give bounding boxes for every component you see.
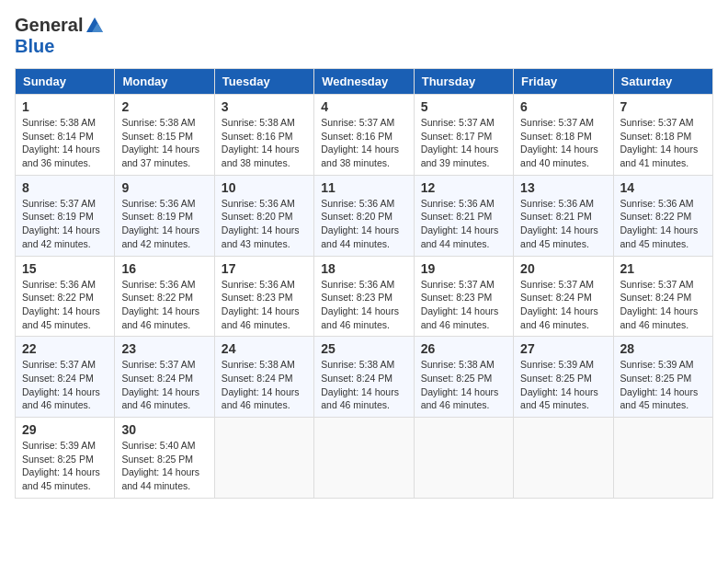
calendar-cell: 11 Sunrise: 5:36 AM Sunset: 8:20 PM Dayl… — [314, 175, 414, 256]
calendar-week-row: 29 Sunrise: 5:39 AM Sunset: 8:25 PM Dayl… — [16, 418, 713, 499]
calendar-header-monday: Monday — [115, 69, 214, 95]
header: General Blue — [15, 15, 713, 57]
day-number: 9 — [121, 180, 207, 195]
day-info: Sunrise: 5:36 AM Sunset: 8:21 PM Dayligh… — [421, 197, 506, 251]
day-info: Sunrise: 5:37 AM Sunset: 8:18 PM Dayligh… — [620, 116, 706, 170]
day-number: 28 — [620, 341, 706, 356]
day-info: Sunrise: 5:36 AM Sunset: 8:23 PM Dayligh… — [222, 278, 307, 332]
day-info: Sunrise: 5:38 AM Sunset: 8:15 PM Dayligh… — [121, 116, 207, 170]
calendar-cell: 21 Sunrise: 5:37 AM Sunset: 8:24 PM Dayl… — [613, 256, 712, 337]
calendar-cell: 26 Sunrise: 5:38 AM Sunset: 8:25 PM Dayl… — [414, 337, 513, 418]
calendar-cell: 22 Sunrise: 5:37 AM Sunset: 8:24 PM Dayl… — [16, 337, 115, 418]
day-info: Sunrise: 5:38 AM Sunset: 8:24 PM Dayligh… — [321, 358, 406, 412]
day-number: 15 — [22, 261, 108, 276]
calendar-header-friday: Friday — [514, 69, 613, 95]
calendar-cell — [414, 418, 513, 499]
day-number: 14 — [620, 180, 706, 195]
day-info: Sunrise: 5:37 AM Sunset: 8:24 PM Dayligh… — [620, 278, 706, 332]
calendar: SundayMondayTuesdayWednesdayThursdayFrid… — [15, 68, 713, 499]
calendar-cell: 30 Sunrise: 5:40 AM Sunset: 8:25 PM Dayl… — [115, 418, 214, 499]
calendar-cell: 29 Sunrise: 5:39 AM Sunset: 8:25 PM Dayl… — [16, 418, 115, 499]
day-info: Sunrise: 5:37 AM Sunset: 8:16 PM Dayligh… — [321, 116, 406, 170]
day-number: 27 — [520, 341, 606, 356]
calendar-cell — [613, 418, 712, 499]
day-info: Sunrise: 5:37 AM Sunset: 8:23 PM Dayligh… — [421, 278, 506, 332]
calendar-cell: 25 Sunrise: 5:38 AM Sunset: 8:24 PM Dayl… — [314, 337, 414, 418]
day-number: 5 — [421, 99, 506, 114]
calendar-week-row: 15 Sunrise: 5:36 AM Sunset: 8:22 PM Dayl… — [16, 256, 713, 337]
day-info: Sunrise: 5:38 AM Sunset: 8:25 PM Dayligh… — [421, 358, 506, 412]
day-info: Sunrise: 5:36 AM Sunset: 8:23 PM Dayligh… — [321, 278, 406, 332]
day-info: Sunrise: 5:36 AM Sunset: 8:20 PM Dayligh… — [222, 197, 307, 251]
logo-general-text: General — [15, 15, 83, 36]
calendar-cell: 4 Sunrise: 5:37 AM Sunset: 8:16 PM Dayli… — [314, 95, 414, 176]
calendar-cell — [214, 418, 313, 499]
day-number: 30 — [121, 422, 207, 437]
day-number: 24 — [222, 341, 307, 356]
day-number: 7 — [620, 99, 706, 114]
calendar-cell: 9 Sunrise: 5:36 AM Sunset: 8:19 PM Dayli… — [115, 175, 214, 256]
calendar-cell: 28 Sunrise: 5:39 AM Sunset: 8:25 PM Dayl… — [613, 337, 712, 418]
day-info: Sunrise: 5:38 AM Sunset: 8:16 PM Dayligh… — [222, 116, 307, 170]
day-info: Sunrise: 5:37 AM Sunset: 8:24 PM Dayligh… — [121, 358, 207, 412]
calendar-week-row: 8 Sunrise: 5:37 AM Sunset: 8:19 PM Dayli… — [16, 175, 713, 256]
day-number: 12 — [421, 180, 506, 195]
day-info: Sunrise: 5:37 AM Sunset: 8:24 PM Dayligh… — [520, 278, 606, 332]
day-number: 6 — [520, 99, 606, 114]
calendar-cell: 2 Sunrise: 5:38 AM Sunset: 8:15 PM Dayli… — [115, 95, 214, 176]
calendar-cell: 19 Sunrise: 5:37 AM Sunset: 8:23 PM Dayl… — [414, 256, 513, 337]
day-number: 1 — [22, 99, 108, 114]
day-number: 17 — [222, 261, 307, 276]
calendar-cell: 16 Sunrise: 5:36 AM Sunset: 8:22 PM Dayl… — [115, 256, 214, 337]
day-info: Sunrise: 5:37 AM Sunset: 8:24 PM Dayligh… — [22, 358, 108, 412]
day-info: Sunrise: 5:39 AM Sunset: 8:25 PM Dayligh… — [620, 358, 706, 412]
calendar-cell: 14 Sunrise: 5:36 AM Sunset: 8:22 PM Dayl… — [613, 175, 712, 256]
calendar-cell: 23 Sunrise: 5:37 AM Sunset: 8:24 PM Dayl… — [115, 337, 214, 418]
day-number: 26 — [421, 341, 506, 356]
calendar-cell: 1 Sunrise: 5:38 AM Sunset: 8:14 PM Dayli… — [16, 95, 115, 176]
day-number: 13 — [520, 180, 606, 195]
day-number: 25 — [321, 341, 406, 356]
day-number: 8 — [22, 180, 108, 195]
day-info: Sunrise: 5:38 AM Sunset: 8:14 PM Dayligh… — [22, 116, 108, 170]
calendar-cell: 8 Sunrise: 5:37 AM Sunset: 8:19 PM Dayli… — [16, 175, 115, 256]
day-number: 2 — [121, 99, 207, 114]
day-number: 29 — [22, 422, 108, 437]
calendar-header-saturday: Saturday — [613, 69, 712, 95]
calendar-header-row: SundayMondayTuesdayWednesdayThursdayFrid… — [16, 69, 713, 95]
calendar-cell: 27 Sunrise: 5:39 AM Sunset: 8:25 PM Dayl… — [514, 337, 613, 418]
calendar-cell: 3 Sunrise: 5:38 AM Sunset: 8:16 PM Dayli… — [214, 95, 313, 176]
day-info: Sunrise: 5:36 AM Sunset: 8:19 PM Dayligh… — [121, 197, 207, 251]
calendar-week-row: 22 Sunrise: 5:37 AM Sunset: 8:24 PM Dayl… — [16, 337, 713, 418]
calendar-cell: 13 Sunrise: 5:36 AM Sunset: 8:21 PM Dayl… — [514, 175, 613, 256]
logo-blue-text: Blue — [15, 36, 54, 57]
calendar-header-thursday: Thursday — [414, 69, 513, 95]
day-number: 18 — [321, 261, 406, 276]
calendar-header-tuesday: Tuesday — [214, 69, 313, 95]
day-info: Sunrise: 5:39 AM Sunset: 8:25 PM Dayligh… — [520, 358, 606, 412]
day-info: Sunrise: 5:38 AM Sunset: 8:24 PM Dayligh… — [222, 358, 307, 412]
day-info: Sunrise: 5:37 AM Sunset: 8:18 PM Dayligh… — [520, 116, 606, 170]
day-number: 11 — [321, 180, 406, 195]
logo: General Blue — [15, 15, 105, 57]
calendar-cell: 15 Sunrise: 5:36 AM Sunset: 8:22 PM Dayl… — [16, 256, 115, 337]
calendar-cell: 5 Sunrise: 5:37 AM Sunset: 8:17 PM Dayli… — [414, 95, 513, 176]
calendar-cell — [314, 418, 414, 499]
day-number: 22 — [22, 341, 108, 356]
calendar-cell: 17 Sunrise: 5:36 AM Sunset: 8:23 PM Dayl… — [214, 256, 313, 337]
day-number: 19 — [421, 261, 506, 276]
day-info: Sunrise: 5:37 AM Sunset: 8:19 PM Dayligh… — [22, 197, 108, 251]
day-number: 3 — [222, 99, 307, 114]
day-number: 10 — [222, 180, 307, 195]
day-info: Sunrise: 5:36 AM Sunset: 8:22 PM Dayligh… — [22, 278, 108, 332]
day-number: 16 — [121, 261, 207, 276]
day-info: Sunrise: 5:36 AM Sunset: 8:22 PM Dayligh… — [620, 197, 706, 251]
day-info: Sunrise: 5:39 AM Sunset: 8:25 PM Dayligh… — [22, 439, 108, 493]
calendar-cell: 10 Sunrise: 5:36 AM Sunset: 8:20 PM Dayl… — [214, 175, 313, 256]
calendar-cell — [514, 418, 613, 499]
day-info: Sunrise: 5:36 AM Sunset: 8:22 PM Dayligh… — [121, 278, 207, 332]
calendar-cell: 20 Sunrise: 5:37 AM Sunset: 8:24 PM Dayl… — [514, 256, 613, 337]
day-number: 23 — [121, 341, 207, 356]
calendar-cell: 24 Sunrise: 5:38 AM Sunset: 8:24 PM Dayl… — [214, 337, 313, 418]
day-number: 4 — [321, 99, 406, 114]
